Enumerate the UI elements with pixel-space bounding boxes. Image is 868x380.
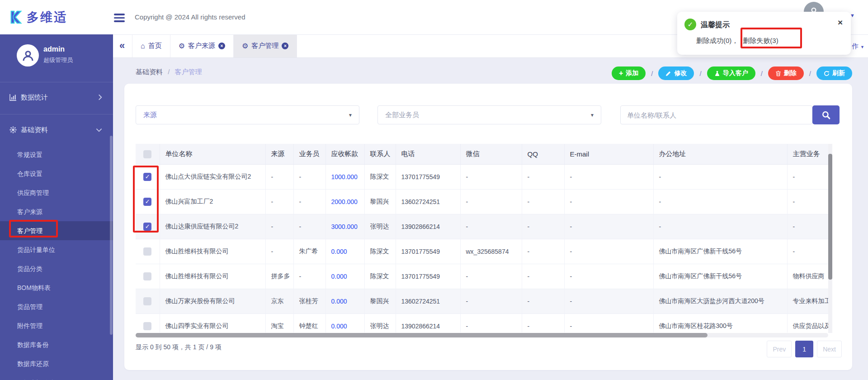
brand-logo[interactable]: 多维适 [8,9,67,25]
salesman-select[interactable]: 全部业务员 ▼ [377,105,601,124]
next-page-button[interactable]: Next [817,341,842,357]
cell: - [787,239,828,264]
sidebar-group-basic-data[interactable]: 基础资料 [0,119,113,140]
column-header-联系人: 联系人 [364,144,396,165]
pagination: Prev 1 Next [767,341,842,357]
button-label: 添加 [626,69,638,77]
table-row: 佛山万家兴股份有限公司京东张桂芳0.000黎国兴13602724251---佛山… [136,289,828,314]
cell: - [265,190,293,214]
collapse-tabs-icon[interactable]: « [119,34,125,57]
cell: 陈深文 [364,239,396,264]
chevron-right-icon [98,94,102,100]
toast-close-icon[interactable]: × [838,18,843,28]
row-checkbox[interactable] [143,247,151,256]
row-checkbox[interactable]: ✓ [143,198,151,206]
toolbar-separator: / [761,70,763,77]
import-customer-button[interactable]: 导入客户 [707,66,755,80]
home-icon: ⌂ [141,42,145,50]
sidebar-item-货品分类[interactable]: 货品分类 [0,259,113,278]
sidebar-item-数据库备份[interactable]: 数据库备份 [0,335,113,354]
add-button[interactable]: +添加 [612,66,646,80]
sidebar-scrollbar[interactable] [110,136,113,335]
tab-close-icon[interactable]: × [282,43,288,49]
cell: 佛山市南海区广佛新干线56号 [653,264,787,289]
sidebar-item-数据库还原[interactable]: 数据库还原 [0,354,113,373]
cell: 拼多多 [265,264,293,289]
tab-label: 客户来源 [188,42,215,50]
sidebar-item-客户来源[interactable]: 客户来源 [0,202,113,221]
gear-icon: ⚙ [242,42,248,50]
cell: - [460,264,522,289]
cell: 张明达 [364,314,396,333]
button-label: 导入客户 [723,69,748,77]
tab-首页[interactable]: ⌂首页 [132,34,170,57]
sidebar-item-附件管理[interactable]: 附件管理 [0,316,113,335]
toast-message: 删除成功(0)，删除失败(3) [696,37,778,45]
sidebar: admin 超级管理员 数据统计 基础资料 [0,34,113,380]
cell: 0.000 [326,289,364,314]
column-header-来源: 来源 [265,144,293,165]
cell: 3000.000 [326,214,364,239]
cell: - [460,165,522,190]
delete-button[interactable]: 删除 [768,66,804,80]
brand-name: 多维适 [27,9,67,25]
source-select[interactable]: 来源 ▼ [136,105,359,124]
toolbar-separator: / [809,70,811,77]
cell: 张桂芳 [293,289,326,314]
row-checkbox[interactable]: ✓ [143,173,151,181]
search-input[interactable] [620,105,812,124]
select-all-checkbox[interactable] [143,150,151,158]
divider [0,114,113,114]
cell: 物料供应商 [787,264,828,289]
tab-label: 客户管理 [251,42,278,50]
customers-table: 单位名称来源业务员应收帐款联系人电话微信QQE-mail办公地址主营业务✓佛山点… [136,144,828,332]
tab-客户来源[interactable]: ⚙客户来源× [170,34,234,57]
refresh-button[interactable]: 刷新 [816,66,852,80]
tab-close-icon[interactable]: × [218,43,225,49]
vertical-scrollbar-thumb[interactable] [828,154,832,280]
menu-icon[interactable] [114,14,125,24]
toast-message-prefix: 删除成功(0)， [696,37,738,44]
person-icon [21,49,35,62]
cell: 钟楚红 [293,314,326,333]
cell: - [293,165,326,190]
tab-客户管理[interactable]: ⚙客户管理× [234,34,297,57]
divider [0,82,113,82]
gear-icon: ⚙ [179,42,185,50]
cell: 张明达 [364,214,396,239]
row-checkbox[interactable] [143,297,151,305]
caret-down-icon: ▼ [590,113,594,118]
cell: - [460,190,522,214]
cell: 供应货品以及各 [787,314,828,333]
search-button[interactable] [812,105,840,124]
page-1-button[interactable]: 1 [795,341,813,357]
copyright-text: Copyright @ 2024 All rights reserved [135,0,245,34]
sidebar-item-仓库设置[interactable]: 仓库设置 [0,164,113,183]
button-label: 刷新 [832,69,845,77]
action-dropdown-partial[interactable]: 作▼ [852,34,864,59]
gear-icon [9,126,17,134]
row-checkbox[interactable] [143,322,151,330]
column-header-业务员: 业务员 [293,144,326,165]
column-header-应收帐款: 应收帐款 [326,144,364,165]
sidebar-item-客户管理[interactable]: 客户管理 [0,221,113,240]
sidebar-item-货品管理[interactable]: 货品管理 [0,297,113,316]
sidebar-item-数据库迁移优化[interactable]: 数据库迁移优化 [0,373,113,380]
cell: 陈深文 [364,264,396,289]
breadcrumb-current[interactable]: 客户管理 [175,68,202,76]
prev-page-button[interactable]: Prev [767,341,792,357]
cell: - [293,214,326,239]
sidebar-item-常规设置[interactable]: 常规设置 [0,145,113,164]
edit-button[interactable]: 修改 [658,66,694,80]
action-label: 作 [852,42,859,50]
column-header-主营业务: 主营业务 [787,144,828,165]
row-checkbox[interactable] [143,272,151,280]
sidebar-group-statistics[interactable]: 数据统计 [0,87,113,108]
sidebar-item-供应商管理[interactable]: 供应商管理 [0,183,113,202]
row-checkbox[interactable]: ✓ [143,223,151,231]
horizontal-scrollbar-thumb[interactable] [136,333,708,337]
cell: - [265,214,293,239]
sidebar-item-BOM物料表[interactable]: BOM物料表 [0,278,113,297]
cell: 13602724251 [396,190,460,214]
sidebar-item-货品计量单位[interactable]: 货品计量单位 [0,240,113,259]
